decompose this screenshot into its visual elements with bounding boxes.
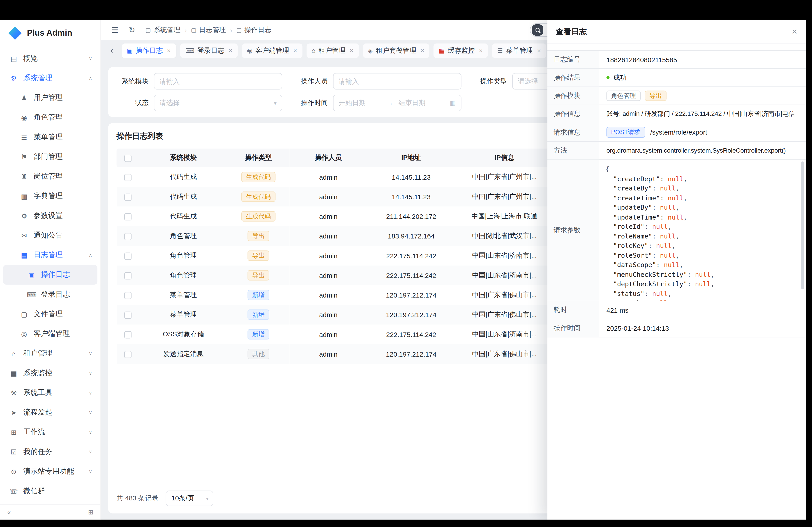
sidebar-item-wechat-group[interactable]: ☏微信群 — [3, 481, 98, 501]
table-row[interactable]: 角色管理导出admin222.175.114.242中国|山东省|济南市|... — [117, 246, 554, 266]
chevron-down-icon: ∨ — [85, 56, 92, 61]
scroll-tabs-left-icon[interactable]: ‹ — [106, 46, 118, 55]
sidebar-item-user-management[interactable]: ♟用户管理 — [3, 88, 98, 107]
close-tab-icon[interactable]: ✕ — [293, 48, 297, 54]
sidebar-footer: « ⊞ — [0, 504, 100, 520]
row-checkbox[interactable] — [124, 272, 131, 279]
close-tab-icon[interactable]: ✕ — [350, 48, 353, 54]
breadcrumb-item[interactable]: ▢操作日志 — [236, 26, 271, 35]
tab-tenant-management[interactable]: ⌂租户管理✕ — [306, 44, 359, 58]
breadcrumb-item[interactable]: ▢日志管理 — [191, 26, 226, 35]
sidebar-item-system-monitor[interactable]: ▦系统监控∨ — [3, 363, 98, 383]
row-checkbox-cell — [117, 266, 140, 285]
table-row[interactable]: 代码生成生成代码admin14.145.11.23中国|广东省|广州市|... — [117, 187, 554, 207]
tab-menu-management[interactable]: ☰菜单管理✕ — [492, 44, 546, 58]
sidebar-item-tenant-management[interactable]: ⌂租户管理∨ — [3, 344, 98, 363]
row-checkbox[interactable] — [124, 174, 131, 181]
collapse-menu-icon[interactable]: ☰ — [112, 26, 118, 35]
sidebar-item-overview[interactable]: ▤概览∨ — [3, 49, 98, 68]
status-select[interactable]: 请选择 ▾ — [154, 95, 282, 111]
pin-sidebar-icon[interactable]: ⊞ — [88, 509, 93, 516]
sidebar-item-system-management[interactable]: ⚙系统管理∧ — [3, 68, 98, 88]
table-row[interactable]: 角色管理导出admin222.175.114.242中国|山东省|济南市|... — [117, 266, 554, 285]
scrollbar-thumb[interactable] — [801, 161, 804, 289]
row-checkbox[interactable] — [124, 193, 131, 201]
tab-cache-monitor[interactable]: ▦缓存监控✕ — [434, 44, 488, 58]
sidebar-item-my-tasks[interactable]: ☑我的任务∨ — [3, 442, 98, 462]
page-size-select[interactable]: 10条/页 ▾ — [166, 491, 213, 506]
sidebar-item-dict-management[interactable]: ▥字典管理 — [3, 186, 98, 206]
filter-op-time: 操作时间 开始日期 → 结束日期 ▦ — [296, 95, 462, 111]
sidebar-item-file-management[interactable]: ▢文件管理 — [3, 304, 98, 324]
tab-login-log[interactable]: ⌨登录日志✕ — [180, 44, 238, 58]
operator-input[interactable] — [333, 73, 461, 90]
sidebar-item-log-management[interactable]: ▤日志管理∧ — [3, 245, 98, 265]
row-checkbox[interactable] — [124, 312, 131, 319]
ip-info-cell: 中国|广东省|广州市|... — [455, 167, 553, 187]
table-row[interactable]: 角色管理导出admin183.94.172.164中国|湖北省|武汉市|... — [117, 226, 554, 246]
row-checkbox[interactable] — [124, 233, 131, 240]
table-row[interactable]: 代码生成生成代码admin14.145.11.23中国|广东省|广州市|... — [117, 167, 554, 187]
collapse-sidebar-icon[interactable]: « — [7, 509, 11, 516]
chevron-down-icon: ∨ — [85, 449, 92, 454]
close-tab-icon[interactable]: ✕ — [167, 48, 171, 54]
sidebar-item-operation-log[interactable]: ▣操作日志 — [3, 265, 98, 285]
sidebar-item-workflow[interactable]: ⊞工作流∨ — [3, 422, 98, 442]
table-row[interactable]: 菜单管理新增admin120.197.212.174中国|广东省|佛山市|... — [117, 305, 554, 325]
table-row[interactable]: 发送指定消息其他admin120.197.212.174中国|广东省|佛山市|.… — [117, 344, 554, 364]
close-tab-icon[interactable]: ✕ — [420, 48, 424, 54]
tab-operation-log[interactable]: ▣操作日志✕ — [122, 44, 176, 58]
close-drawer-icon[interactable]: ✕ — [792, 28, 798, 36]
close-tab-icon[interactable]: ✕ — [229, 48, 232, 54]
row-checkbox[interactable] — [124, 213, 131, 220]
json-line: { — [605, 165, 800, 174]
drawer-title: 查看日志 — [556, 27, 587, 36]
chevron-down-icon: ▾ — [206, 495, 209, 501]
redis-icon: ▦ — [439, 47, 445, 54]
sidebar-item-process-start[interactable]: ➤流程发起∨ — [3, 403, 98, 422]
sidebar-item-login-log[interactable]: ⌨登录日志 — [3, 285, 98, 304]
select-all-checkbox[interactable] — [124, 155, 131, 162]
table-row[interactable]: 菜单管理新增admin120.197.212.174中国|广东省|佛山市|... — [117, 285, 554, 305]
time-range-picker[interactable]: 开始日期 → 结束日期 ▦ — [333, 95, 461, 111]
operation-log-icon: ▣ — [27, 271, 35, 278]
logo-icon — [8, 26, 22, 40]
op-type-placeholder: 请选择 — [518, 77, 538, 86]
start-date-placeholder: 开始日期 — [339, 98, 387, 107]
sidebar-item-client-management[interactable]: ◎客户端管理 — [3, 324, 98, 344]
sidebar-item-dept-management[interactable]: ⚑部门管理 — [3, 147, 98, 167]
sidebar-item-role-management[interactable]: ◉角色管理 — [3, 108, 98, 127]
tab-tenant-package[interactable]: ◈租户套餐管理✕ — [363, 44, 430, 58]
sidebar-item-post-management[interactable]: ♜岗位管理 — [3, 167, 98, 186]
table-row[interactable]: 代码生成生成代码admin211.144.202.172中国|上海|上海市|联通 — [117, 207, 554, 226]
row-checkbox[interactable] — [124, 253, 131, 260]
open-tabs: ▣操作日志✕⌨登录日志✕◉客户端管理✕⌂租户管理✕◈租户套餐管理✕▦缓存监控✕☰… — [122, 44, 546, 58]
operation-type-tag: 生成代码 — [241, 172, 276, 182]
field-row-result: 操作结果 成功 — [548, 69, 806, 87]
field-row-module: 操作模块 角色管理导出 — [548, 87, 806, 105]
operator-cell: admin — [289, 325, 367, 344]
request-info-value: POST请求 /system/role/export — [599, 123, 806, 141]
breadcrumb-item[interactable]: ▢系统管理 — [145, 26, 180, 35]
close-tab-icon[interactable]: ✕ — [537, 48, 541, 54]
refresh-icon[interactable]: ↻ — [129, 26, 135, 35]
operator-cell: admin — [289, 207, 367, 226]
sidebar-item-notice[interactable]: ✉通知公告 — [3, 226, 98, 245]
row-checkbox[interactable] — [124, 292, 131, 299]
tab-label: 缓存监控 — [448, 46, 475, 55]
row-checkbox[interactable] — [124, 331, 131, 338]
json-line: "deptCheckStrictly": null, — [605, 280, 800, 289]
sidebar-item-menu-management[interactable]: ☰菜单管理 — [3, 127, 98, 147]
close-tab-icon[interactable]: ✕ — [479, 48, 483, 54]
module-cell: 代码生成 — [140, 167, 227, 187]
tenant-icon: ⌂ — [312, 47, 316, 54]
sidebar-item-system-tools[interactable]: ⚒系统工具∨ — [3, 383, 98, 403]
module-input[interactable] — [154, 73, 282, 90]
table-row[interactable]: OSS对象存储新增admin222.175.114.242中国|山东省|济南市|… — [117, 325, 554, 344]
sidebar-item-param-settings[interactable]: ⚙参数设置 — [3, 206, 98, 226]
screen: Plus Admin ▤概览∨⚙系统管理∧♟用户管理◉角色管理☰菜单管理⚑部门管… — [0, 0, 812, 527]
tab-client-management[interactable]: ◉客户端管理✕ — [242, 44, 303, 58]
success-dot-icon — [607, 76, 610, 79]
sidebar-item-demo-features[interactable]: ⊙演示站专用功能∨ — [3, 462, 98, 481]
row-checkbox[interactable] — [124, 351, 131, 358]
